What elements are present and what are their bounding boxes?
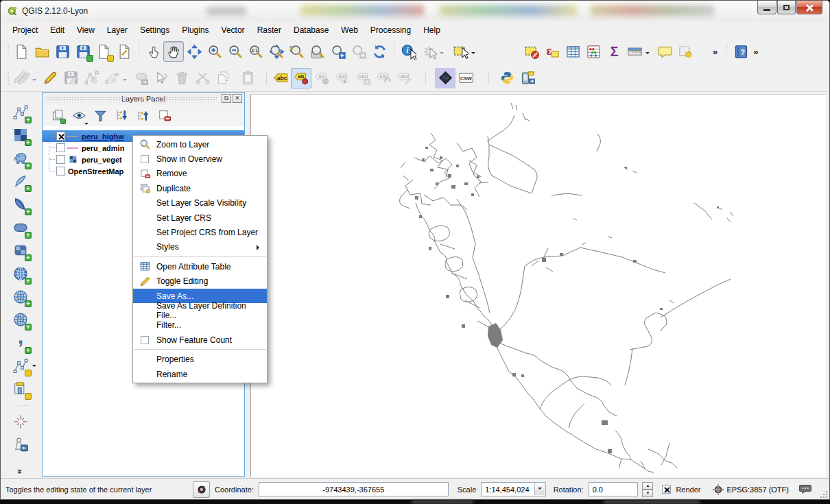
unpin-labels-button[interactable]: ab [311,68,332,88]
rotation-input[interactable]: 0.0 [589,482,639,496]
layer-checkbox[interactable] [56,143,65,152]
move-label-button[interactable]: abc [353,68,373,88]
osm-download-button[interactable] [517,68,538,88]
add-raster-layer-button[interactable]: + [10,125,32,147]
new-project-button[interactable] [11,41,32,62]
add-vector-layer-button[interactable]: + [10,101,32,123]
add-wfs-layer-button[interactable]: + [10,309,32,331]
python-console-button[interactable] [497,68,517,88]
zoom-full-button[interactable] [266,41,287,62]
chevron-down-icon[interactable] [32,365,36,369]
menu-item-zoom-to-layer[interactable]: Zoom to Layer [133,137,267,152]
menu-item-set-project-crs-from-layer[interactable]: Set Project CRS from Layer [133,225,267,239]
menu-layer[interactable]: Layer [101,23,134,37]
layers-panel-titlebar[interactable]: Layers Panel ⧉ ✕ [43,93,244,105]
menu-item-styles[interactable]: Styles [133,240,267,254]
maximize-button[interactable] [777,1,796,14]
toggle-editing-button[interactable] [40,68,60,88]
map-canvas[interactable] [250,94,826,477]
georeferencer-button[interactable] [435,68,455,88]
layer-labeling-button[interactable]: abc [270,68,291,88]
pan-to-selection-button[interactable] [184,41,204,62]
add-db2-layer-button[interactable]: + [10,240,32,262]
new-print-composer-button[interactable] [93,41,114,62]
filter-legend-button[interactable] [92,108,108,124]
expand-all-button[interactable] [113,108,130,124]
chevron-down-icon[interactable] [471,52,475,56]
measure-annotation-button[interactable] [10,433,32,455]
toolbar-grip[interactable] [6,43,10,60]
resize-grip[interactable] [819,490,828,499]
identify-features-button[interactable]: i [398,41,418,62]
add-oracle-layer-button[interactable]: + [10,217,32,239]
spin-down-button[interactable]: ▼ [642,490,653,497]
layer-checkbox[interactable] [56,155,65,164]
scale-combobox[interactable]: 1:14,454,024 [481,482,545,496]
log-messages-button[interactable] [798,482,812,497]
composer-manager-button[interactable] [114,41,134,62]
minimize-button[interactable] [757,1,776,14]
cut-features-button[interactable] [192,68,213,88]
menu-item-duplicate[interactable]: Duplicate [133,181,267,195]
zoom-native-button[interactable]: 1:1 [246,41,266,62]
save-project-button[interactable] [52,41,73,62]
menu-item-properties[interactable]: Properties [133,352,267,366]
select-features-button[interactable] [450,41,471,62]
chevron-down-icon[interactable] [123,79,127,83]
spin-up-button[interactable]: ▲ [642,482,653,490]
paste-features-button[interactable] [237,68,258,88]
render-checkbox[interactable] [662,485,671,494]
select-by-expression-button[interactable]: ε [542,41,562,62]
add-mssql-layer-button[interactable]: + [10,193,32,215]
menu-database[interactable]: Database [287,23,335,37]
zoom-to-selection-button[interactable] [287,41,307,62]
menu-edit[interactable]: Edit [44,23,71,37]
show-hide-labels-button[interactable]: abc [332,68,353,88]
scale-dropdown-button[interactable] [534,483,545,495]
menu-web[interactable]: Web [335,23,364,37]
manage-visibility-button[interactable] [71,108,87,124]
add-delimited-text-layer-button[interactable]: ,+ [10,332,32,354]
deselect-all-button[interactable] [521,41,542,62]
menu-vector[interactable]: Vector [215,23,251,37]
zoom-to-layer-button[interactable] [307,41,328,62]
layer-checkbox[interactable] [56,132,65,141]
refresh-button[interactable] [369,41,390,62]
measure-button[interactable] [624,41,645,62]
menu-item-set-layer-scale-visibility[interactable]: Set Layer Scale Visibility [133,196,267,211]
change-label-button[interactable]: abc [394,68,414,88]
close-panel-button[interactable]: ✕ [233,94,242,103]
node-tool-button[interactable] [151,68,171,88]
add-postgis-layer-button[interactable]: + [10,147,32,169]
menu-item-open-attribute-table[interactable]: Open Attribute Table [133,259,267,274]
map-tips-button[interactable] [654,41,675,62]
help-button[interactable]: ? [731,41,751,62]
toolbar-overflow-button[interactable]: » [751,47,760,57]
pan-map-button[interactable] [163,41,184,62]
menu-item-save-as-layer-definition[interactable]: Save As Layer Definition File... [133,303,267,317]
chevron-down-icon[interactable] [440,52,444,56]
crs-status-button[interactable]: EPSG:3857 (OTF) [713,484,789,495]
menu-item-toggle-editing[interactable]: Toggle Editing [133,274,267,289]
close-button[interactable] [796,1,822,14]
menu-settings[interactable]: Settings [134,23,176,37]
menu-project[interactable]: Project [6,23,44,37]
menu-view[interactable]: View [71,23,101,37]
new-geopackage-layer-button[interactable] [10,378,32,400]
open-attribute-table-button[interactable] [562,41,583,62]
zoom-in-button[interactable] [204,41,225,62]
toolbar-collapse-button[interactable]: » [15,467,25,476]
zoom-last-button[interactable] [328,41,348,62]
add-wcs-layer-button[interactable]: + [10,286,32,308]
menu-raster[interactable]: Raster [251,23,287,37]
remove-layer-button[interactable] [156,108,172,124]
delete-selected-button[interactable] [171,68,192,88]
add-circular-string-button[interactable] [102,68,122,88]
move-feature-button[interactable] [130,68,151,88]
current-edits-button[interactable] [11,68,32,88]
chevron-down-icon[interactable] [645,52,650,56]
new-shapefile-layer-button[interactable] [10,355,32,377]
menu-item-show-feature-count[interactable]: Show Feature Count [133,333,267,347]
menu-item-filter[interactable]: Filter... [133,318,267,333]
menu-item-show-in-overview[interactable]: Show in Overview [133,152,267,166]
